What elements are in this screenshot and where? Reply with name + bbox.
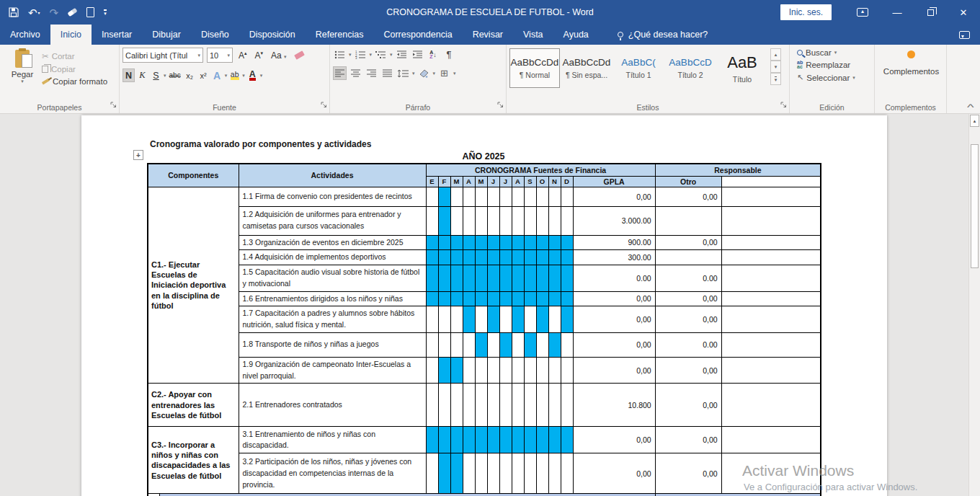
addins-button[interactable]: Complementos [883,67,939,76]
scroll-up-arrow[interactable]: ▲ [970,115,979,127]
gpla-value-cell[interactable]: 0,00 [573,453,655,494]
gantt-cell[interactable] [499,357,512,384]
gantt-cell[interactable] [524,265,536,292]
superscript-button[interactable]: x² [197,68,210,82]
gantt-cell[interactable] [426,265,438,292]
subscript-button[interactable]: x₂ [184,68,196,82]
gantt-cell[interactable] [475,265,487,292]
gantt-cell[interactable] [561,357,573,384]
paste-dropdown[interactable]: ▾ [21,79,24,84]
gantt-cell[interactable] [438,265,450,292]
style-card-t-tulo[interactable]: AaBTítulo [717,48,767,88]
gantt-cell[interactable] [512,291,524,306]
responsable-cell[interactable] [721,206,821,235]
gpla-value-cell[interactable]: 0,00 [573,187,655,206]
select-button[interactable]: ↖Seleccionar▾ [797,73,873,82]
align-center-button[interactable] [349,66,362,80]
gantt-cell[interactable] [475,427,487,453]
gantt-cell[interactable] [561,265,573,292]
gantt-cell[interactable] [487,384,499,427]
gantt-cell[interactable] [561,206,573,235]
vertical-scrollbar[interactable]: ▲ [968,114,980,496]
tab-insertar[interactable]: Insertar [92,25,142,45]
tell-me-box[interactable]: ¿Qué desea hacer? [618,25,708,45]
gantt-cell[interactable] [561,384,573,427]
gantt-cell[interactable] [426,357,438,384]
gantt-cell[interactable] [548,357,561,384]
style-card-t-tulo-2[interactable]: AaBbCcDTítulo 2 [665,48,716,88]
activity-cell[interactable]: 1.8 Transporte de niños y niñas a juegos [239,332,426,357]
gantt-cell[interactable] [536,291,548,306]
gantt-cell[interactable] [463,357,475,384]
restore-button[interactable] [914,0,947,25]
gantt-cell[interactable] [450,357,463,384]
activity-cell[interactable]: 1.4 Adquisición de implementos deportivo… [239,250,426,265]
gantt-cell[interactable] [487,206,499,235]
otro-value-cell[interactable]: 0.00 [655,265,721,292]
gantt-cell[interactable] [475,357,487,384]
gantt-cell[interactable] [561,187,573,206]
gantt-cell[interactable] [487,187,499,206]
activity-cell[interactable]: 2.1 Entrenadores contratados [239,384,426,427]
gantt-cell[interactable] [536,250,548,265]
gantt-cell[interactable] [426,291,438,306]
gantt-cell[interactable] [450,332,463,357]
responsable-cell[interactable] [721,265,821,292]
activity-cell[interactable]: 3.1 Entrenamiento de niños y niñas con d… [239,427,426,453]
numbering-dropdown[interactable]: ▾ [370,52,373,58]
gantt-cell[interactable] [499,250,512,265]
gantt-cell[interactable] [487,357,499,384]
gantt-cell[interactable] [450,453,463,494]
gantt-cell[interactable] [548,235,561,250]
tab-revisar[interactable]: Revisar [463,25,513,45]
gantt-cell[interactable] [475,453,487,494]
gpla-value-cell[interactable]: 0.00 [573,265,655,292]
gantt-cell[interactable] [475,384,487,427]
gpla-value-cell[interactable]: 0,00 [573,332,655,357]
gantt-cell[interactable] [548,332,561,357]
gantt-cell[interactable] [426,453,438,494]
gpla-value-cell[interactable]: 300.00 [573,250,655,265]
tab-referencias[interactable]: Referencias [306,25,374,45]
gantt-cell[interactable] [438,453,450,494]
gantt-cell[interactable] [536,265,548,292]
gantt-cell[interactable] [426,384,438,427]
clear-formatting-button[interactable] [293,52,306,58]
document-page[interactable]: Cronograma valorado por componentes y ac… [81,115,887,496]
otro-value-cell[interactable]: 0,00 [655,187,721,206]
gantt-cell[interactable] [536,206,548,235]
gantt-cell[interactable] [426,235,438,250]
gantt-cell[interactable] [536,384,548,427]
justify-button[interactable] [380,66,394,80]
format-painter-button[interactable]: Copiar formato [42,77,107,86]
gantt-cell[interactable] [438,235,450,250]
gantt-cell[interactable] [548,427,561,453]
feedback-button[interactable] [959,25,970,45]
gpla-value-cell[interactable]: 0,00 [573,291,655,306]
gantt-cell[interactable] [499,332,512,357]
show-paragraph-marks-button[interactable]: ¶ [442,48,456,61]
gantt-cell[interactable] [426,206,438,235]
gantt-cell[interactable] [512,427,524,453]
paste-button[interactable]: Pegar ▾ [3,48,42,101]
gantt-cell[interactable] [438,187,450,206]
font-color-button[interactable]: A [246,68,259,82]
gpla-value-cell[interactable]: 0,00 [573,306,655,333]
activity-cell[interactable]: 1.9 Organización de campeonato Inter-Esc… [239,357,426,384]
gantt-cell[interactable] [548,250,561,265]
style-card--sin-espa-[interactable]: AaBbCcDd¶ Sin espa... [561,48,612,88]
gantt-cell[interactable] [548,265,561,292]
gantt-cell[interactable] [561,332,573,357]
gantt-cell[interactable] [499,291,512,306]
otro-value-cell[interactable]: 0,00 [655,291,721,306]
gantt-cell[interactable] [463,332,475,357]
gantt-cell[interactable] [561,427,573,453]
gantt-cell[interactable] [450,291,463,306]
customize-qat-button[interactable]: ▾ [104,6,107,19]
activity-cell[interactable]: 1.5 Capacitación audio visual sobre hist… [239,265,426,292]
increase-indent-button[interactable] [411,48,424,61]
gantt-cell[interactable] [450,206,463,235]
style-card--normal[interactable]: AaBbCcDd¶ Normal [509,48,560,88]
scrollbar-thumb[interactable] [971,144,979,268]
font-dialog-launcher[interactable] [321,98,327,111]
